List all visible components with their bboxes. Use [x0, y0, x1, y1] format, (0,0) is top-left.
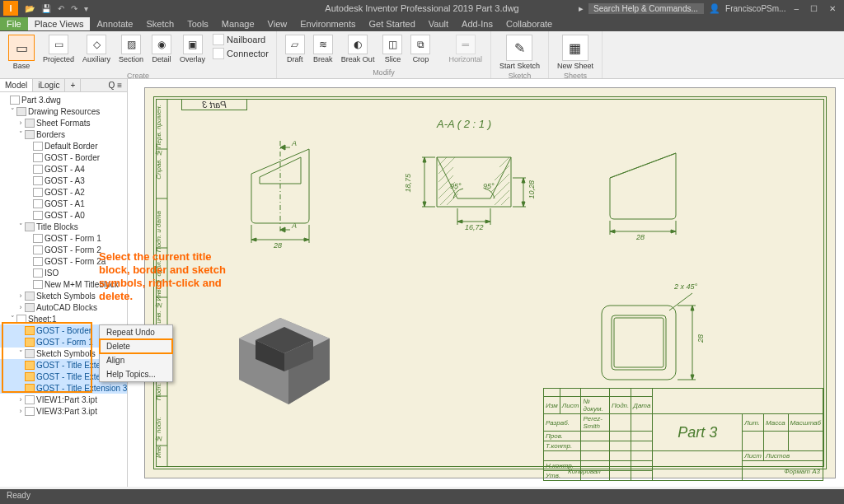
- tab-vault[interactable]: Vault: [422, 17, 455, 30]
- btn-break[interactable]: ≋Break: [310, 33, 336, 65]
- btn-breakout[interactable]: ◐Break Out: [338, 33, 378, 65]
- app-logo: I: [3, 1, 18, 16]
- btn-projected[interactable]: ▭Projected: [40, 33, 77, 65]
- tab-annotate[interactable]: Annotate: [90, 17, 139, 30]
- tree-border-item[interactable]: GOST - Border: [0, 152, 127, 163]
- tree-sheet-sym[interactable]: GOST - Title Extension 3: [0, 382, 127, 394]
- qat-redo-icon[interactable]: ↷: [71, 4, 77, 13]
- tree-tb-item[interactable]: GOST - Form 1: [0, 232, 127, 244]
- tab-file[interactable]: File: [0, 17, 28, 30]
- tab-view[interactable]: View: [261, 17, 294, 30]
- title-block: ИзмЛист№ докум.Подп.Дата Разраб.Perez-Sm…: [543, 388, 823, 466]
- tree-border-item[interactable]: GOST - A3: [0, 175, 127, 186]
- svg-line-27: [495, 166, 509, 180]
- ctx-repeat-undo[interactable]: Repeat Undo: [100, 325, 172, 339]
- svg-line-28: [499, 157, 509, 167]
- tree-sheet1[interactable]: ˅Sheet:1: [0, 313, 127, 324]
- tree-view[interactable]: ›VIEW3:Part 3.ipt: [0, 405, 127, 417]
- tree-titleblocks-folder[interactable]: ˅Title Blocks: [0, 221, 127, 232]
- tree-view[interactable]: ›VIEW1:Part 3.ipt: [0, 394, 127, 405]
- tab-manage[interactable]: Manage: [215, 17, 261, 30]
- svg-marker-65: [691, 375, 694, 380]
- context-menu: Repeat Undo Delete Align Help Topics...: [99, 324, 173, 382]
- btn-connector[interactable]: Connector: [210, 47, 271, 60]
- btn-base[interactable]: ▭Base: [5, 33, 38, 72]
- close-icon[interactable]: ✕: [826, 4, 839, 13]
- view-isometric: [206, 281, 354, 421]
- browser-tab-add[interactable]: +: [65, 79, 81, 91]
- tree-tb-item[interactable]: GOST - Form 2a: [0, 255, 127, 267]
- tree-border-item[interactable]: GOST - A4: [0, 163, 127, 175]
- btn-nailboard[interactable]: Nailboard: [210, 33, 271, 46]
- svg-marker-45: [522, 202, 525, 207]
- btn-slice[interactable]: ◫Slice: [379, 33, 406, 65]
- drawing-sheet: Part 3 Инв. № подл. Подп. и дата Взам. и…: [144, 87, 836, 478]
- browser-search-icon[interactable]: Q ≡: [104, 79, 127, 91]
- tree-root[interactable]: Part 3.dwg: [0, 94, 127, 105]
- view-section: 16,72 18,75 10,28 95° 95°: [396, 133, 544, 256]
- svg-marker-12: [280, 227, 285, 232]
- tab-place-views[interactable]: Place Views: [28, 17, 91, 30]
- view-side: 28: [585, 133, 709, 256]
- browser-tab-model[interactable]: Model: [0, 79, 33, 91]
- minimize-icon[interactable]: –: [790, 4, 802, 13]
- tree-tb-item[interactable]: ISO: [0, 267, 127, 278]
- svg-line-20: [438, 167, 453, 182]
- tree-borders-folder[interactable]: ˅Borders: [0, 128, 127, 140]
- tree-border-item[interactable]: GOST - A1: [0, 198, 127, 209]
- tree-sketch-symbols[interactable]: ›Sketch Symbols: [0, 290, 127, 301]
- qat-more-icon[interactable]: ▾: [84, 4, 88, 13]
- tab-sketch[interactable]: Sketch: [140, 17, 181, 30]
- svg-marker-16: [251, 238, 256, 241]
- svg-line-30: [501, 197, 509, 205]
- btn-horizontal[interactable]: ═Horizontal: [445, 33, 485, 65]
- side-grid: [157, 100, 168, 466]
- btn-overlay[interactable]: ▣Overlay: [176, 33, 209, 65]
- svg-marker-35: [485, 220, 490, 223]
- qat-undo-icon[interactable]: ↶: [58, 4, 64, 13]
- btn-draft[interactable]: ▱Draft: [282, 33, 308, 65]
- tree-border-item[interactable]: GOST - A0: [0, 209, 127, 221]
- btn-section[interactable]: ▨Section: [115, 33, 147, 65]
- svg-marker-39: [423, 157, 426, 162]
- tree-autocad-blocks[interactable]: ›AutoCAD Blocks: [0, 301, 127, 313]
- tab-get-started[interactable]: Get Started: [363, 17, 422, 30]
- svg-marker-50: [671, 230, 676, 233]
- qat-save-icon[interactable]: 💾: [41, 4, 51, 13]
- tab-environments[interactable]: Environments: [293, 17, 362, 30]
- signin-icon[interactable]: 👤: [709, 3, 720, 14]
- user-name[interactable]: FranciscoPSm...: [725, 4, 785, 13]
- btn-start-sketch[interactable]: ✎Start Sketch: [496, 33, 543, 72]
- btn-crop[interactable]: ⧉Crop: [407, 33, 434, 65]
- ctx-delete[interactable]: Delete: [100, 339, 172, 353]
- tab-collaborate[interactable]: Collaborate: [499, 17, 559, 30]
- svg-line-60: [669, 293, 692, 310]
- help-search-input[interactable]: Search Help & Commands...: [588, 3, 704, 14]
- svg-rect-57: [602, 306, 676, 380]
- tab-addins[interactable]: Add-Ins: [455, 17, 499, 30]
- btn-new-sheet[interactable]: ▦New Sheet: [554, 33, 597, 72]
- btn-detail[interactable]: ◉Detail: [148, 33, 175, 65]
- section-title: A-A ( 2 : 1 ): [437, 118, 491, 130]
- maximize-icon[interactable]: ☐: [807, 4, 821, 13]
- svg-marker-44: [522, 178, 525, 183]
- drawing-canvas[interactable]: Part 3 Инв. № подл. Подп. и дата Взам. и…: [128, 79, 844, 487]
- browser-tab-ilogic[interactable]: iLogic: [33, 79, 65, 91]
- tree-drawing-resources[interactable]: ˅Drawing Resources: [0, 105, 127, 117]
- ctx-align[interactable]: Align: [100, 353, 172, 367]
- tree-tb-item[interactable]: GOST - Form 2: [0, 244, 127, 255]
- tree-border-item[interactable]: Default Border: [0, 140, 127, 152]
- tree-tb-item[interactable]: New M+M Titleblock: [0, 278, 127, 290]
- svg-marker-10: [280, 145, 285, 150]
- ribbon-tabs: File Place Views Annotate Sketch Tools M…: [0, 16, 844, 31]
- tree-border-item[interactable]: GOST - A2: [0, 186, 127, 198]
- btn-auxiliary[interactable]: ◇Auxiliary: [79, 33, 114, 65]
- svg-line-25: [493, 182, 509, 198]
- qat-open-icon[interactable]: 📂: [25, 4, 35, 13]
- svg-marker-49: [610, 230, 615, 233]
- status-bar: Ready: [0, 489, 844, 504]
- tree-sheet-formats[interactable]: ›Sheet Formats: [0, 117, 127, 128]
- tab-tools[interactable]: Tools: [181, 17, 215, 30]
- sheet-top-label: Part 3: [181, 99, 247, 110]
- ctx-help[interactable]: Help Topics...: [100, 367, 172, 381]
